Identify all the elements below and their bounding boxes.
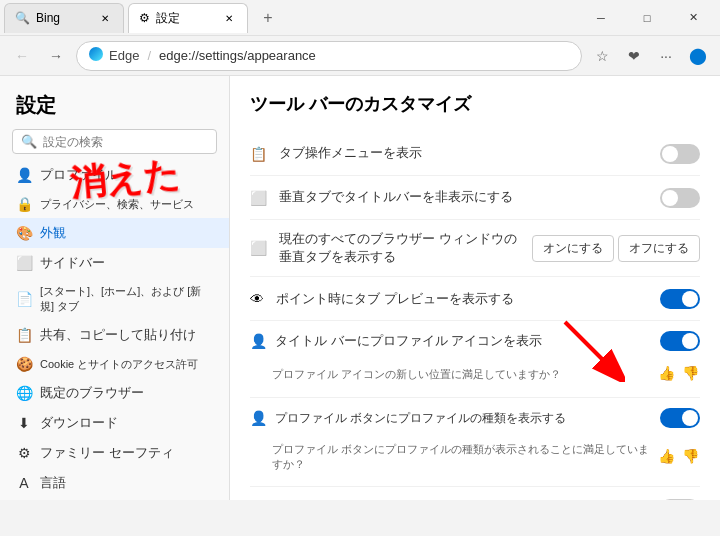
toggle-knob-2: [662, 190, 678, 206]
toolbar-icons: ☆ ❤ ··· ⬤: [588, 42, 712, 70]
sidebar-item-browser[interactable]: 🌐 既定のブラウザー: [0, 378, 229, 408]
sidebar-item-language-label: 言語: [40, 474, 66, 492]
close-button[interactable]: ✕: [670, 0, 716, 35]
toggle-knob: [662, 146, 678, 162]
profile-icon: 👤: [16, 167, 32, 183]
main-layout: 設定 🔍 👤 プロファイル 🔒 プライバシー、検索、サービス 🎨 外観 ⬜ サイ…: [0, 76, 720, 500]
vertical-tab-all-row: ⬜ 現在のすべてのブラウザー ウィンドウの垂直タブを表示する オンにする オフに…: [250, 220, 700, 277]
toggle-knob-3: [682, 291, 698, 307]
sidebar-search-box[interactable]: 🔍: [12, 129, 217, 154]
bing-tab-close[interactable]: ✕: [97, 10, 113, 26]
tab-preview-icon: 👁: [250, 291, 264, 307]
content-area: ツール バーのカスタマイズ 📋 タブ操作メニューを表示 ⬜ 垂直タブでタイトルバ…: [230, 76, 720, 500]
tab-menu-toggle[interactable]: [660, 144, 700, 164]
tab-menu-icon: 📋: [250, 146, 267, 162]
language-icon: A: [16, 475, 32, 491]
annotation-text: 消えた: [68, 150, 182, 208]
tab-settings[interactable]: ⚙ 設定 ✕: [128, 3, 248, 33]
sidebar-search-input[interactable]: [43, 135, 208, 149]
sidebar-item-start-label: [スタート]、[ホーム]、および [新規] タブ: [40, 284, 213, 314]
sidebar-item-cookie-label: Cookie とサイトのアクセス許可: [40, 357, 198, 372]
minimize-button[interactable]: ─: [578, 0, 624, 35]
toggle-knob-4: [682, 333, 698, 349]
svg-line-1: [565, 322, 610, 367]
address-bar-area: ← → Edge / ☆ ❤ ··· ⬤: [0, 36, 720, 76]
toggle-knob-5: [682, 410, 698, 426]
sidebar-item-share[interactable]: 📋 共有、コピーして貼り付け: [0, 320, 229, 350]
sidebar-item-cookie[interactable]: 🍪 Cookie とサイトのアクセス許可: [0, 350, 229, 378]
sidebar-item-start[interactable]: 📄 [スタート]、[ホーム]、および [新規] タブ: [0, 278, 229, 320]
share-icon: 📋: [16, 327, 32, 343]
workspace-toggle[interactable]: [660, 499, 700, 500]
sidebar-item-sidebar-label: サイドバー: [40, 254, 105, 272]
thumb-icons-2: 👍 👎: [656, 446, 700, 466]
thumb-up-icon-1[interactable]: 👍: [656, 363, 676, 383]
sidebar-icon: ⬜: [16, 255, 32, 271]
sidebar-item-download-label: ダウンロード: [40, 414, 118, 432]
title-bar: 🔍 Bing ✕ ⚙ 設定 ✕ + ─ □ ✕: [0, 0, 720, 36]
vertical-tab-title-toggle[interactable]: [660, 188, 700, 208]
profile-button-sub: プロファイル ボタンにプロファイルの種類が表示されることに満足していますか？: [272, 442, 652, 472]
sidebar-item-download[interactable]: ⬇ ダウンロード: [0, 408, 229, 438]
sidebar-item-share-label: 共有、コピーして貼り付け: [40, 326, 196, 344]
appearance-icon: 🎨: [16, 225, 32, 241]
sidebar-item-browser-label: 既定のブラウザー: [40, 384, 144, 402]
sidebar-item-appearance[interactable]: 🎨 外観: [0, 218, 229, 248]
tab-menu-label: タブ操作メニューを表示: [279, 144, 652, 162]
vertical-tab-icon: ⬜: [250, 190, 267, 206]
sidebar-item-printer[interactable]: 🖨 プリンター: [0, 498, 229, 500]
sidebar-item-language[interactable]: A 言語: [0, 468, 229, 498]
tab-bing[interactable]: 🔍 Bing ✕: [4, 3, 124, 33]
red-arrow-icon: [555, 312, 625, 382]
workspace-row: ワークスペースの表示: [250, 487, 700, 500]
on-button[interactable]: オンにする: [532, 235, 614, 262]
back-button[interactable]: ←: [8, 42, 36, 70]
settings-tab-icon: ⚙: [139, 11, 150, 25]
on-off-buttons: オンにする オフにする: [532, 235, 700, 262]
thumb-icons-1: 👍 👎: [656, 363, 700, 383]
bing-tab-label: Bing: [36, 11, 60, 25]
forward-button[interactable]: →: [42, 42, 70, 70]
cookie-icon: 🍪: [16, 356, 32, 372]
sidebar: 設定 🔍 👤 プロファイル 🔒 プライバシー、検索、サービス 🎨 外観 ⬜ サイ…: [0, 76, 230, 500]
sidebar-item-family[interactable]: ⚙ ファミリー セーフティ: [0, 438, 229, 468]
profile-button-toggle[interactable]: [660, 408, 700, 428]
sidebar-item-sidebar[interactable]: ⬜ サイドバー: [0, 248, 229, 278]
bing-tab-icon: 🔍: [15, 11, 30, 25]
content-title: ツール バーのカスタマイズ: [250, 92, 700, 116]
new-tab-button[interactable]: +: [252, 3, 284, 33]
more-icon[interactable]: ···: [652, 42, 680, 70]
thumb-down-icon-1[interactable]: 👎: [680, 363, 700, 383]
profile-button-row: 👤 プロファイル ボタンにプロファイルの種類を表示する プロファイル ボタンにプ…: [250, 398, 700, 487]
off-button[interactable]: オフにする: [618, 235, 700, 262]
address-input[interactable]: [159, 48, 569, 63]
privacy-icon: 🔒: [16, 196, 32, 212]
thumb-down-icon-2[interactable]: 👎: [680, 446, 700, 466]
edge-profile-icon[interactable]: ⬤: [684, 42, 712, 70]
profile-title-icon: 👤: [250, 333, 267, 349]
tab-preview-toggle[interactable]: [660, 289, 700, 309]
star-icon[interactable]: ☆: [588, 42, 616, 70]
browser-icon: 🌐: [16, 385, 32, 401]
profile-button-label: プロファイル ボタンにプロファイルの種類を表示する: [275, 410, 652, 427]
tab-menu-row: 📋 タブ操作メニューを表示: [250, 132, 700, 176]
start-icon: 📄: [16, 291, 32, 307]
window-controls: ─ □ ✕: [578, 0, 716, 35]
favorites-icon[interactable]: ❤: [620, 42, 648, 70]
thumb-up-icon-2[interactable]: 👍: [656, 446, 676, 466]
profile-btn-icon: 👤: [250, 410, 267, 426]
profile-icon-toggle[interactable]: [660, 331, 700, 351]
vertical-tab-all-label: 現在のすべてのブラウザー ウィンドウの垂直タブを表示する: [279, 230, 524, 266]
vertical-tab-title-row: ⬜ 垂直タブでタイトルバーを非表示にする: [250, 176, 700, 220]
sidebar-title: 設定: [0, 84, 229, 123]
family-icon: ⚙: [16, 445, 32, 461]
tab-preview-row: 👁 ポイント時にタブ プレビューを表示する: [250, 277, 700, 321]
address-bar[interactable]: Edge /: [76, 41, 582, 71]
settings-tab-close[interactable]: ✕: [221, 10, 237, 26]
sidebar-item-family-label: ファミリー セーフティ: [40, 444, 174, 462]
maximize-button[interactable]: □: [624, 0, 670, 35]
edge-logo-small: [89, 47, 103, 64]
download-icon: ⬇: [16, 415, 32, 431]
profile-icon-row: 👤 タイトル バーにプロファイル アイコンを表示 プロファイル アイコンの新しい…: [250, 321, 700, 398]
vertical-tab-all-icon: ⬜: [250, 240, 267, 256]
